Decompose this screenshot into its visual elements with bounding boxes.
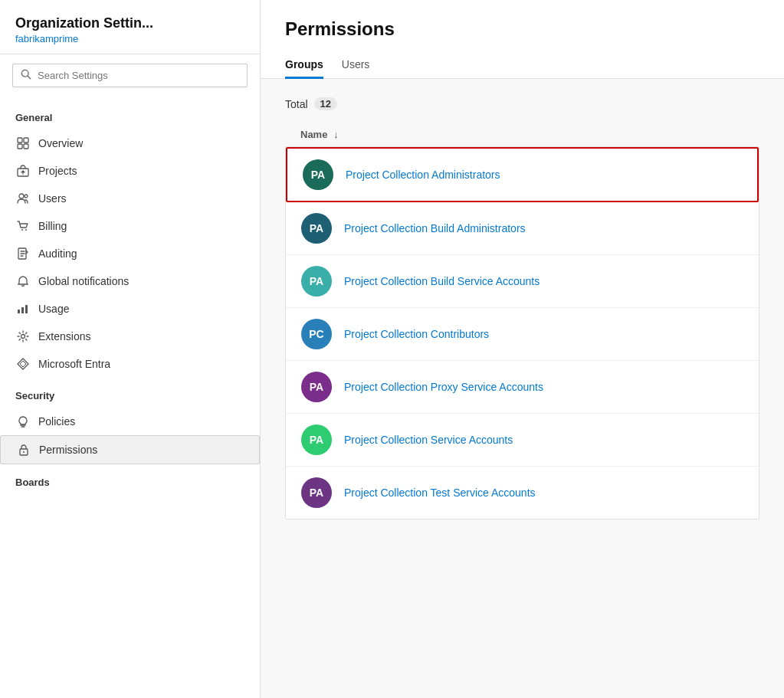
gear-icon bbox=[15, 329, 31, 344]
group-name-label[interactable]: Project Collection Test Service Accounts bbox=[344, 487, 536, 499]
sidebar-item-global-notifications-label: Global notifications bbox=[38, 275, 129, 287]
svg-rect-14 bbox=[25, 305, 28, 313]
avatar: PA bbox=[303, 159, 333, 190]
total-count-badge: 12 bbox=[314, 97, 337, 110]
svg-point-10 bbox=[25, 229, 27, 231]
sidebar: Organization Settin... fabrikamprime Gen… bbox=[0, 0, 261, 698]
svg-marker-17 bbox=[20, 361, 26, 367]
cart-icon bbox=[15, 218, 31, 234]
svg-line-1 bbox=[28, 76, 31, 79]
sidebar-item-policies[interactable]: Policies bbox=[0, 408, 260, 435]
chart-icon bbox=[15, 301, 31, 316]
sidebar-item-users[interactable]: Users bbox=[0, 185, 260, 212]
section-security-label: Security bbox=[0, 378, 260, 408]
group-row[interactable]: PAProject Collection Service Accounts bbox=[286, 414, 759, 467]
avatar: PA bbox=[301, 372, 332, 402]
group-row[interactable]: PAProject Collection Administrators bbox=[286, 147, 759, 202]
sidebar-item-overview-label: Overview bbox=[38, 137, 83, 149]
svg-rect-2 bbox=[18, 138, 22, 143]
group-row[interactable]: PAProject Collection Proxy Service Accou… bbox=[286, 361, 759, 414]
diamond-icon bbox=[15, 356, 31, 372]
avatar: PA bbox=[301, 213, 332, 244]
sidebar-item-permissions[interactable]: Permissions bbox=[0, 435, 260, 464]
svg-point-9 bbox=[21, 229, 23, 231]
sidebar-item-microsoft-entra[interactable]: Microsoft Entra bbox=[0, 350, 260, 378]
avatar: PA bbox=[301, 266, 332, 297]
page-title: Permissions bbox=[285, 18, 759, 40]
sidebar-item-overview[interactable]: Overview bbox=[0, 129, 260, 157]
main-header: Permissions Groups Users bbox=[261, 0, 784, 79]
svg-point-15 bbox=[21, 335, 25, 339]
main-content: Permissions Groups Users Total 12 Name ↓… bbox=[261, 0, 784, 698]
org-subtitle: fabrikamprime bbox=[15, 33, 244, 44]
sidebar-item-users-label: Users bbox=[38, 192, 67, 205]
section-general-label: General bbox=[0, 100, 260, 129]
group-list: PAProject Collection AdministratorsPAPro… bbox=[285, 146, 759, 519]
sidebar-item-extensions-label: Extensions bbox=[38, 330, 90, 342]
sidebar-item-usage[interactable]: Usage bbox=[0, 295, 260, 323]
search-icon bbox=[21, 69, 31, 82]
group-name-label[interactable]: Project Collection Administrators bbox=[346, 169, 500, 181]
upload-box-icon bbox=[15, 163, 31, 179]
bell-icon bbox=[15, 274, 31, 289]
section-boards-label: Boards bbox=[0, 464, 260, 494]
sidebar-item-projects-label: Projects bbox=[38, 165, 77, 177]
group-row[interactable]: PAProject Collection Build Service Accou… bbox=[286, 255, 759, 308]
search-box[interactable] bbox=[12, 64, 248, 87]
sidebar-item-auditing-label: Auditing bbox=[38, 247, 77, 260]
svg-rect-4 bbox=[18, 144, 22, 149]
sidebar-item-extensions[interactable]: Extensions bbox=[0, 323, 260, 350]
group-name-label[interactable]: Project Collection Build Administrators bbox=[344, 222, 526, 234]
search-input[interactable] bbox=[38, 70, 239, 81]
group-row[interactable]: PAProject Collection Test Service Accoun… bbox=[286, 467, 759, 519]
avatar: PA bbox=[301, 424, 332, 455]
main-body: Total 12 Name ↓ PAProject Collection Adm… bbox=[261, 79, 784, 698]
total-label: Total bbox=[285, 98, 308, 110]
tab-groups[interactable]: Groups bbox=[285, 52, 323, 79]
sidebar-item-permissions-label: Permissions bbox=[39, 444, 97, 456]
sidebar-item-billing-label: Billing bbox=[38, 220, 67, 232]
sort-arrow-icon: ↓ bbox=[333, 129, 339, 140]
svg-point-19 bbox=[23, 451, 25, 453]
tabs-bar: Groups Users bbox=[285, 52, 759, 78]
group-name-label[interactable]: Project Collection Contributors bbox=[344, 328, 489, 340]
sidebar-item-billing[interactable]: Billing bbox=[0, 212, 260, 240]
sidebar-item-global-notifications[interactable]: Global notifications bbox=[0, 267, 260, 295]
sidebar-item-projects[interactable]: Projects bbox=[0, 157, 260, 185]
group-row[interactable]: PCProject Collection Contributors bbox=[286, 308, 759, 361]
avatar: PA bbox=[301, 477, 332, 508]
column-name-label: Name ↓ bbox=[300, 129, 339, 140]
svg-rect-3 bbox=[24, 138, 28, 143]
bulb-icon bbox=[15, 414, 31, 429]
doc-icon bbox=[15, 246, 31, 261]
svg-rect-12 bbox=[18, 310, 20, 313]
users-icon bbox=[15, 191, 31, 206]
grid-icon bbox=[15, 136, 31, 151]
sidebar-item-auditing[interactable]: Auditing bbox=[0, 240, 260, 267]
group-name-label[interactable]: Project Collection Service Accounts bbox=[344, 434, 513, 446]
lock-icon bbox=[16, 442, 31, 457]
org-title: Organization Settin... bbox=[15, 15, 244, 31]
sidebar-item-usage-label: Usage bbox=[38, 303, 69, 315]
total-bar: Total 12 bbox=[285, 97, 759, 110]
tab-users[interactable]: Users bbox=[342, 52, 370, 79]
sidebar-item-policies-label: Policies bbox=[38, 415, 75, 428]
group-name-label[interactable]: Project Collection Proxy Service Account… bbox=[344, 381, 543, 393]
avatar: PC bbox=[301, 319, 332, 349]
sidebar-item-microsoft-entra-label: Microsoft Entra bbox=[38, 358, 110, 370]
svg-marker-16 bbox=[18, 359, 28, 369]
table-header: Name ↓ bbox=[285, 123, 759, 146]
group-name-label[interactable]: Project Collection Build Service Account… bbox=[344, 275, 540, 287]
svg-point-8 bbox=[25, 195, 28, 198]
group-row[interactable]: PAProject Collection Build Administrator… bbox=[286, 202, 759, 255]
svg-point-7 bbox=[19, 194, 24, 198]
svg-rect-5 bbox=[24, 144, 28, 149]
sidebar-header: Organization Settin... fabrikamprime bbox=[0, 0, 260, 54]
svg-rect-13 bbox=[21, 307, 24, 313]
